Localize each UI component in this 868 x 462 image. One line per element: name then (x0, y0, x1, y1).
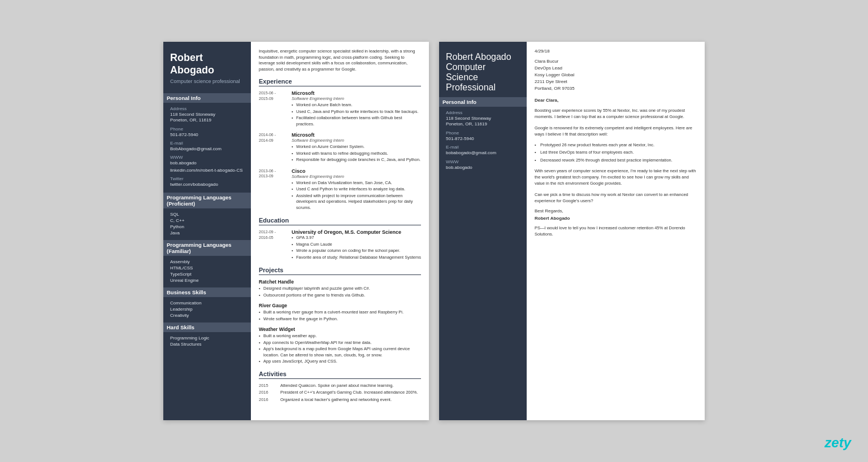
address-value: 118 Second StonewayPoneton, OR, 11619 (170, 112, 244, 124)
exp-role-2: Software Engineering Intern (292, 138, 421, 143)
skill-sql: SQL (170, 212, 244, 217)
exp-content-3: Cisco Software Engineering Intern Worked… (292, 168, 421, 212)
edu-bullets-1: GPA 3.97 Magna Cum Laude Wrote a popular… (292, 235, 421, 260)
www-label: WWW (170, 155, 244, 160)
www-value: bob.abogado (170, 160, 244, 166)
exp-company-2: Microsoft (292, 132, 421, 138)
cl-main: 4/29/18 Clara BucurDevOps LeadKosy Logge… (527, 42, 705, 420)
business-skills-section: Business Skills (163, 287, 251, 297)
skill-prog-logic: Programming Logic (170, 335, 244, 341)
bullet: Worked on Data Virtualization team, San … (292, 180, 421, 186)
cl-bullets: Prototyped 26 new product features each … (535, 142, 697, 163)
cl-name: Robert Abogado (446, 52, 520, 62)
cl-email-label: E-mail (446, 145, 520, 150)
activity-year-3: 2016 (259, 397, 276, 403)
cl-signature: Robert Abogado (535, 216, 697, 221)
prog-proficient-section: Programming Languages (Proficient) (163, 193, 251, 208)
prog-familiar-section: Programming Languages (Familiar) (163, 240, 251, 256)
email-label: E-mail (170, 141, 244, 146)
cl-para-3: With seven years of computer science exp… (535, 168, 697, 187)
exp-company-3: Cisco (292, 168, 421, 174)
bullet: Responsible for debugging code branches … (292, 157, 421, 163)
proj-entry-1: Ratchet Handle Designed multiplayer laby… (259, 279, 421, 298)
exp-entry-1: 2015-06 -2015-09 Microsoft Software Engi… (259, 90, 421, 128)
proj-entry-2: River Gauge Built a working river gauge … (259, 303, 421, 322)
bullet: Used C and Python to write interfaces to… (292, 186, 421, 193)
bullet: Worked on Azure Batch team. (292, 102, 421, 108)
cl-www-value: bob.abogado (446, 165, 520, 171)
cl-recipient: Clara BucurDevOps LeadKosy Logger Global… (535, 58, 697, 92)
skill-leadership: Leadership (170, 307, 244, 312)
cl-ps: PS—I would love to tell you how I increa… (535, 225, 697, 237)
resume-title: Computer science professional (170, 79, 244, 85)
activity-1: 2015 Attended Quakcon. Spoke on panel ab… (259, 383, 421, 389)
bullet: App's background is a map pulled from Go… (259, 346, 421, 358)
bullet: Wrote a popular column on coding for the… (292, 248, 421, 254)
edu-date-1: 2012-09 -2016-05 (259, 229, 287, 261)
cl-sidebar: Robert Abogado Computer Science Professi… (439, 42, 527, 420)
exp-date-3: 2013-06 -2013-09 (259, 168, 287, 212)
personal-info-section: Personal Info (163, 93, 251, 103)
proj-name-3: Weather Widget (259, 326, 421, 332)
cl-title: Computer Science Professional (446, 62, 520, 93)
activities-title: Activities (259, 371, 421, 379)
proj-entry-3: Weather Widget Built a working weather a… (259, 326, 421, 365)
exp-content-2: Microsoft Software Engineering Intern Wo… (292, 132, 421, 164)
proj-bullets-1: Designed multiplayer labyrinth and puzzl… (259, 286, 421, 298)
bullet: Facilitated collaboration between teams … (292, 115, 421, 127)
cl-phone-label: Phone (446, 130, 520, 136)
skill-typescript: TypeScript (170, 272, 244, 277)
resume-summary: Inquisitive, energetic computer science … (259, 49, 421, 72)
education-title: Education (259, 217, 421, 225)
activity-text-3: Organized a local hacker's gathering and… (280, 397, 421, 403)
zety-logo: zety (824, 435, 851, 451)
cl-address-value: 118 Second StonewayPoneton, OR, 11619 (446, 116, 520, 128)
hard-skills-section: Hard Skills (163, 322, 251, 332)
exp-entry-2: 2014-06 -2014-09 Microsoft Software Engi… (259, 132, 421, 164)
bullet: App uses JavaScript, JQuery and CSS. (259, 359, 421, 365)
exp-date-1: 2015-06 -2015-09 (259, 90, 287, 128)
cl-bullet-2: Led three DevOps teams of four employees… (535, 149, 697, 155)
resume-sidebar: Robert Abogado Computer science professi… (163, 42, 251, 420)
bullet: App connects to OpenWeatherMap API for r… (259, 340, 421, 346)
cl-para-2: Google is renowned for its extremely com… (535, 125, 697, 138)
experience-section: Experience 2015-06 -2015-09 Microsoft So… (259, 78, 421, 211)
exp-bullets-1: Worked on Azure Batch team. Used C, Java… (292, 102, 421, 127)
cl-bullet-1: Prototyped 26 new product features each … (535, 142, 697, 148)
skill-python: Python (170, 224, 244, 229)
proj-name-2: River Gauge (259, 303, 421, 308)
bullet: Built a working weather app. (259, 333, 421, 339)
bullet: Built a working river gauge from a culve… (259, 310, 421, 316)
twitter-label: Twitter (170, 176, 244, 181)
cl-date: 4/29/18 (535, 49, 697, 54)
skill-htmlcss: HTML/CSS (170, 265, 244, 271)
cl-bullet-3: Decreased rework 25% through directed be… (535, 157, 697, 163)
exp-role-3: Software Engineering Intern (292, 174, 421, 179)
exp-company-1: Microsoft (292, 90, 421, 96)
projects-section: Projects Ratchet Handle Designed multipl… (259, 267, 421, 365)
cl-para-4: Can we pick a time to discuss how my wor… (535, 191, 697, 204)
skill-data-structures: Data Structures (170, 342, 244, 347)
experience-title: Experience (259, 78, 421, 86)
activities-section: Activities 2015 Attended Quakcon. Spoke … (259, 371, 421, 403)
proj-bullets-2: Built a working river gauge from a culve… (259, 310, 421, 322)
activity-year-2: 2016 (259, 390, 276, 395)
cl-greeting: Dear Clara, (535, 98, 697, 103)
exp-entry-3: 2013-06 -2013-09 Cisco Software Engineer… (259, 168, 421, 212)
education-section: Education 2012-09 -2016-05 University of… (259, 217, 421, 261)
skill-assembly: Assembly (170, 259, 244, 264)
twitter-value: twitter.com/bobabogado (170, 182, 244, 188)
activity-3: 2016 Organized a local hacker's gatherin… (259, 397, 421, 403)
bullet: Worked on Azure Container System. (292, 144, 421, 150)
bullet: Magna Cum Laude (292, 242, 421, 248)
activity-2: 2016 President of C++'s Arcangel's Gamin… (259, 390, 421, 395)
bullet: Worked with teams to refine debugging me… (292, 151, 421, 157)
activity-text-2: President of C++'s Arcangel's Gaming Clu… (280, 390, 421, 395)
phone-value: 501-872-5940 (170, 132, 244, 138)
projects-title: Projects (259, 267, 421, 275)
skill-unreal: Unreal Engine (170, 278, 244, 283)
exp-role-1: Software Engineering Intern (292, 96, 421, 101)
cover-letter-document: Robert Abogado Computer Science Professi… (439, 42, 705, 420)
email-value: BobAbogado@gmail.com (170, 146, 244, 152)
page-wrapper: Robert Abogado Computer science professi… (163, 42, 705, 420)
